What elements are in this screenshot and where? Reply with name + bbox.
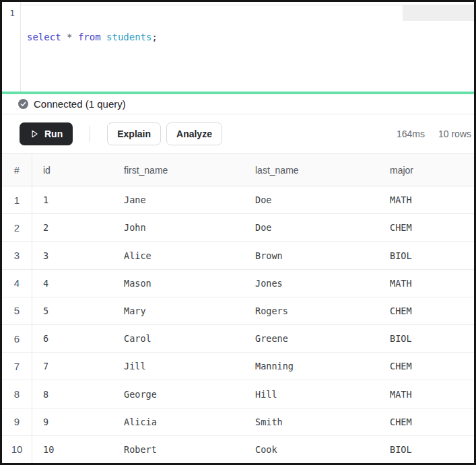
table-row: 11JaneDoeMATH bbox=[2, 186, 474, 214]
editor-top-right-panel bbox=[403, 5, 474, 21]
row-number-cell: 2 bbox=[2, 214, 32, 241]
table-cell: 10 bbox=[32, 444, 113, 455]
code-token bbox=[72, 32, 77, 42]
header-row: #idfirst_namelast_namemajor bbox=[2, 154, 474, 186]
explain-button[interactable]: Explain bbox=[107, 122, 161, 145]
table-cell: Brown bbox=[244, 250, 379, 261]
table-cell: Alicia bbox=[113, 417, 244, 427]
results-table-header: #idfirst_namelast_namemajor bbox=[2, 154, 474, 186]
table-cell: MATH bbox=[379, 194, 474, 205]
table-row: 44MasonJonesMATH bbox=[2, 270, 474, 297]
table-cell: 1 bbox=[32, 194, 113, 205]
table-cell: Jill bbox=[113, 361, 244, 371]
row-number-cell: 7 bbox=[2, 353, 32, 380]
table-cell: Jones bbox=[244, 278, 379, 289]
row-number-cell: 3 bbox=[2, 242, 32, 269]
line-number: 1 bbox=[2, 8, 20, 19]
connection-status-label: Connected (1 query) bbox=[34, 98, 126, 110]
code-token: from bbox=[78, 32, 101, 42]
row-number-cell: 10 bbox=[2, 436, 32, 463]
table-cell: BIOL bbox=[379, 250, 474, 261]
column-header-row-number: # bbox=[2, 154, 32, 186]
table-cell: Mason bbox=[113, 278, 244, 289]
query-duration: 164ms bbox=[397, 129, 425, 139]
table-cell: CHEM bbox=[379, 222, 474, 233]
row-number-cell: 4 bbox=[2, 270, 32, 297]
toolbar-divider bbox=[90, 126, 90, 142]
row-number-cell: 1 bbox=[2, 186, 32, 213]
column-header-first_name: first_name bbox=[113, 165, 244, 176]
table-cell: Doe bbox=[244, 222, 379, 233]
table-cell: Alice bbox=[113, 250, 244, 261]
results-table-body: 11JaneDoeMATH22JohnDoeCHEM33AliceBrownBI… bbox=[2, 186, 474, 463]
table-cell: 4 bbox=[32, 278, 113, 289]
run-button-label: Run bbox=[44, 129, 63, 139]
editor-gutter: 1 bbox=[2, 2, 21, 92]
table-row: 33AliceBrownBIOL bbox=[2, 242, 474, 269]
table-cell: BIOL bbox=[379, 444, 474, 455]
row-number-cell: 8 bbox=[2, 380, 32, 407]
table-cell: CHEM bbox=[379, 306, 474, 316]
code-token: students bbox=[106, 32, 151, 42]
table-cell: 2 bbox=[32, 222, 113, 233]
table-cell: Smith bbox=[244, 417, 379, 427]
code-token bbox=[101, 32, 106, 42]
table-cell: Rogers bbox=[244, 306, 379, 316]
table-row: 22JohnDoeCHEM bbox=[2, 214, 474, 242]
check-circle-icon bbox=[18, 99, 28, 109]
table-cell: MATH bbox=[379, 278, 474, 289]
table-cell: Robert bbox=[113, 444, 244, 455]
query-row-count: 10 rows bbox=[438, 129, 471, 139]
table-cell: BIOL bbox=[379, 333, 474, 344]
row-number-cell: 9 bbox=[2, 408, 32, 435]
table-cell: MATH bbox=[379, 389, 474, 400]
table-cell: George bbox=[113, 389, 244, 400]
table-row: 99AliciaSmithCHEM bbox=[2, 408, 474, 436]
table-cell: Carol bbox=[113, 333, 244, 344]
sql-playground-window: 1 select * from students; Connected (1 q… bbox=[0, 0, 476, 465]
row-number-cell: 5 bbox=[2, 297, 32, 324]
table-cell: Cook bbox=[244, 444, 379, 455]
table-row: 88GeorgeHillMATH bbox=[2, 380, 474, 408]
table-cell: Doe bbox=[244, 194, 379, 205]
connection-status-bar: Connected (1 query) bbox=[2, 94, 474, 114]
table-row: 66CarolGreeneBIOL bbox=[2, 325, 474, 353]
table-cell: 8 bbox=[32, 389, 113, 400]
column-header-major: major bbox=[379, 165, 474, 176]
table-cell: Jane bbox=[113, 194, 244, 205]
row-number-cell: 6 bbox=[2, 325, 32, 352]
table-cell: 9 bbox=[32, 417, 113, 427]
query-toolbar: Run Explain Analyze 164ms 10 rows bbox=[2, 114, 474, 154]
table-cell: 5 bbox=[32, 306, 113, 316]
table-row: 77JillManningCHEM bbox=[2, 353, 474, 380]
play-icon bbox=[30, 129, 39, 139]
table-cell: Manning bbox=[244, 361, 379, 371]
column-header-id: id bbox=[32, 165, 113, 176]
results-table: #idfirst_namelast_namemajor 11JaneDoeMAT… bbox=[2, 154, 474, 463]
table-row: 55MaryRogersCHEM bbox=[2, 297, 474, 325]
code-token: select bbox=[27, 32, 61, 42]
table-cell: John bbox=[113, 222, 244, 233]
code-line: select * from students; bbox=[27, 32, 474, 43]
table-cell: 6 bbox=[32, 333, 113, 344]
table-cell: Mary bbox=[113, 306, 244, 316]
code-token bbox=[61, 32, 67, 42]
table-cell: 3 bbox=[32, 250, 113, 261]
table-cell: CHEM bbox=[379, 417, 474, 427]
code-token: ; bbox=[151, 32, 157, 42]
table-cell: 7 bbox=[32, 361, 113, 371]
table-row: 1010RobertCookBIOL bbox=[2, 436, 474, 463]
table-cell: Hill bbox=[244, 389, 379, 400]
run-button[interactable]: Run bbox=[20, 122, 73, 145]
analyze-button[interactable]: Analyze bbox=[166, 122, 222, 145]
table-cell: CHEM bbox=[379, 361, 474, 371]
sql-editor: 1 select * from students; bbox=[2, 2, 474, 92]
column-header-last_name: last_name bbox=[244, 165, 379, 176]
table-cell: Greene bbox=[244, 333, 379, 344]
